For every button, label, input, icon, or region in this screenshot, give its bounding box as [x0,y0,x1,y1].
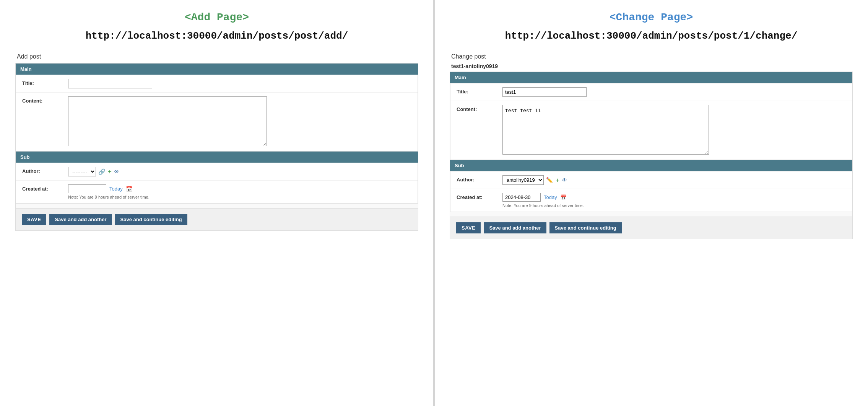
add-author-row: Author: --------- 🔗 + 👁 [16,163,418,181]
add-author-controls: --------- 🔗 + 👁 [68,167,411,176]
add-btn-row: SAVE Save and add another Save and conti… [16,208,418,230]
add-page-url: http://localhost:30000/admin/posts/post/… [15,30,418,42]
change-sub-fields: Author: antoliny0919 ✏️ + 👁 [450,171,852,212]
change-page-object-name: test1-antoliny0919 [450,63,853,69]
add-time-note: Note: You are 9 hours ahead of server ti… [68,195,411,199]
change-calendar-icon[interactable]: 📅 [560,194,567,201]
change-title-input[interactable] [502,87,587,97]
change-author-select[interactable]: antoliny0919 [502,175,544,185]
change-save-continue-button[interactable]: Save and continue editing [549,222,622,233]
add-content-textarea[interactable] [68,96,267,146]
change-page-heading: <Change Page> [450,11,853,23]
add-calendar-icon[interactable]: 📅 [126,186,132,192]
add-save-continue-button[interactable]: Save and continue editing [115,214,187,225]
change-main-header: Main [450,72,852,83]
add-page-form: Main Title: Content: [15,63,418,231]
change-today-link[interactable]: Today [544,194,557,200]
change-save-add-button[interactable]: Save and add another [484,222,546,233]
change-author-label: Author: [457,175,502,183]
add-date-input[interactable] [68,184,106,193]
add-content-row: Content: [16,93,418,151]
add-page-heading: <Add Page> [15,11,418,23]
change-author-controls: antoliny0919 ✏️ + 👁 [502,175,846,185]
change-page-panel: <Change Page> http://localhost:30000/adm… [434,0,868,406]
add-sub-fieldset: Sub Author: --------- 🔗 + 👁 [16,152,418,204]
change-author-edit-icon[interactable]: ✏️ [546,177,553,184]
change-date-input[interactable] [502,193,541,202]
add-main-header: Main [16,64,418,75]
change-page-form-title: Change post [450,53,853,60]
add-page-panel: <Add Page> http://localhost:30000/admin/… [0,0,434,406]
change-page-form: Main Title: Content: test test 11 [450,72,853,239]
add-today-link[interactable]: Today [109,186,123,192]
change-title-label: Title: [457,87,502,95]
change-content-value: test test 11 [502,105,846,156]
add-title-label: Title: [22,79,68,86]
add-date-controls: Today 📅 [68,184,411,193]
change-main-fields: Title: Content: test test 11 [450,83,852,160]
add-title-value [68,79,411,88]
add-author-label: Author: [22,167,68,174]
change-author-row: Author: antoliny0919 ✏️ + 👁 [450,171,852,189]
change-created-label: Created at: [457,193,502,200]
change-created-value: Today 📅 Note: You are 9 hours ahead of s… [502,193,846,208]
add-main-fieldset: Main Title: Content: [16,64,418,152]
change-sub-header: Sub [450,160,852,171]
change-title-value [502,87,846,97]
add-author-select[interactable]: --------- [68,167,96,176]
change-author-value: antoliny0919 ✏️ + 👁 [502,175,846,185]
add-save-button[interactable]: SAVE [22,214,46,225]
add-title-input[interactable] [68,79,152,88]
add-created-row: Created at: Today 📅 Note: You are 9 hour… [16,181,418,203]
change-main-fieldset: Main Title: Content: test test 11 [450,72,852,160]
change-date-controls: Today 📅 [502,193,846,202]
add-author-view-icon[interactable]: 👁 [114,168,120,175]
change-content-label: Content: [457,105,502,112]
add-main-fields: Title: Content: [16,75,418,152]
change-btn-row: SAVE Save and add another Save and conti… [450,217,852,239]
add-content-value [68,96,411,147]
add-author-value: --------- 🔗 + 👁 [68,167,411,176]
change-sub-fieldset: Sub Author: antoliny0919 ✏️ + 👁 [450,160,852,212]
change-content-textarea[interactable]: test test 11 [502,105,709,155]
add-save-add-button[interactable]: Save and add another [49,214,112,225]
change-title-row: Title: [450,83,852,101]
change-page-url: http://localhost:30000/admin/posts/post/… [450,30,853,42]
change-save-button[interactable]: SAVE [456,222,481,233]
change-content-row: Content: test test 11 [450,101,852,160]
change-author-view-icon[interactable]: 👁 [562,177,567,183]
add-created-value: Today 📅 Note: You are 9 hours ahead of s… [68,184,411,199]
add-sub-fields: Author: --------- 🔗 + 👁 [16,163,418,204]
add-page-form-title: Add post [15,53,418,60]
add-created-label: Created at: [22,184,68,192]
add-content-label: Content: [22,96,68,104]
change-author-add-icon[interactable]: + [556,176,559,184]
change-created-row: Created at: Today 📅 Note: You are 9 hour… [450,189,852,212]
add-author-add-icon[interactable]: + [108,168,112,176]
change-time-note: Note: You are 9 hours ahead of server ti… [502,203,846,208]
add-sub-header: Sub [16,152,418,163]
add-title-row: Title: [16,75,418,93]
add-author-link-icon[interactable]: 🔗 [98,168,106,175]
